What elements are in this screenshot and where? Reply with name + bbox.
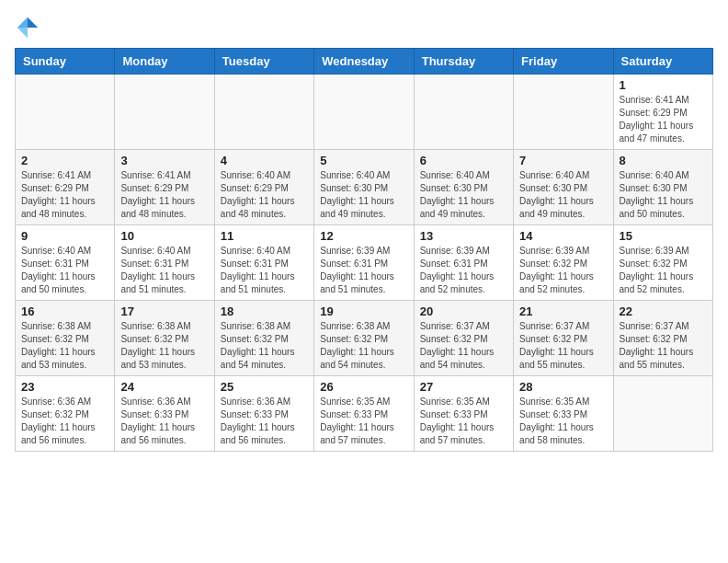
day-info: Sunrise: 6:39 AM Sunset: 6:32 PM Dayligh…	[519, 245, 607, 296]
day-info: Sunrise: 6:36 AM Sunset: 6:33 PM Dayligh…	[221, 396, 308, 447]
day-number: 13	[420, 229, 507, 243]
day-info: Sunrise: 6:36 AM Sunset: 6:32 PM Dayligh…	[21, 396, 108, 447]
calendar-cell: 22Sunrise: 6:37 AM Sunset: 6:32 PM Dayli…	[613, 301, 712, 376]
day-number: 15	[620, 229, 707, 243]
day-number: 17	[120, 304, 208, 318]
day-number: 25	[221, 380, 308, 394]
day-number: 26	[320, 380, 407, 394]
day-info: Sunrise: 6:37 AM Sunset: 6:32 PM Dayligh…	[519, 320, 607, 372]
weekday-header-monday: Monday	[115, 49, 214, 75]
calendar-cell: 8Sunrise: 6:40 AM Sunset: 6:30 PM Daylig…	[613, 150, 712, 225]
calendar-week-row: 2Sunrise: 6:41 AM Sunset: 6:29 PM Daylig…	[16, 150, 713, 225]
day-info: Sunrise: 6:40 AM Sunset: 6:30 PM Dayligh…	[620, 169, 707, 221]
day-info: Sunrise: 6:41 AM Sunset: 6:29 PM Dayligh…	[120, 169, 208, 221]
calendar-cell: 9Sunrise: 6:40 AM Sunset: 6:31 PM Daylig…	[16, 225, 115, 301]
calendar-cell	[214, 75, 313, 150]
svg-marker-0	[28, 17, 38, 28]
calendar-cell: 10Sunrise: 6:40 AM Sunset: 6:31 PM Dayli…	[115, 225, 214, 301]
calendar-week-row: 1Sunrise: 6:41 AM Sunset: 6:29 PM Daylig…	[16, 75, 713, 150]
day-info: Sunrise: 6:40 AM Sunset: 6:30 PM Dayligh…	[420, 169, 507, 221]
day-number: 28	[519, 380, 607, 394]
calendar-cell: 26Sunrise: 6:35 AM Sunset: 6:33 PM Dayli…	[314, 376, 414, 452]
day-info: Sunrise: 6:39 AM Sunset: 6:32 PM Dayligh…	[620, 245, 707, 296]
day-info: Sunrise: 6:40 AM Sunset: 6:29 PM Dayligh…	[221, 169, 308, 221]
calendar-cell: 19Sunrise: 6:38 AM Sunset: 6:32 PM Dayli…	[314, 301, 414, 376]
calendar-cell: 7Sunrise: 6:40 AM Sunset: 6:30 PM Daylig…	[514, 150, 613, 225]
calendar-week-row: 23Sunrise: 6:36 AM Sunset: 6:32 PM Dayli…	[16, 376, 713, 452]
calendar-cell	[314, 75, 414, 150]
weekday-header-tuesday: Tuesday	[214, 49, 313, 75]
calendar-cell: 14Sunrise: 6:39 AM Sunset: 6:32 PM Dayli…	[514, 225, 613, 301]
day-number: 5	[320, 154, 407, 167]
day-number: 9	[21, 229, 108, 243]
day-info: Sunrise: 6:35 AM Sunset: 6:33 PM Dayligh…	[320, 396, 407, 447]
day-number: 11	[221, 229, 308, 243]
calendar-cell: 12Sunrise: 6:39 AM Sunset: 6:31 PM Dayli…	[314, 225, 414, 301]
calendar-cell: 18Sunrise: 6:38 AM Sunset: 6:32 PM Dayli…	[214, 301, 313, 376]
weekday-header-thursday: Thursday	[414, 49, 513, 75]
calendar-cell: 16Sunrise: 6:38 AM Sunset: 6:32 PM Dayli…	[16, 301, 115, 376]
calendar-cell: 4Sunrise: 6:40 AM Sunset: 6:29 PM Daylig…	[214, 150, 313, 225]
calendar-cell: 17Sunrise: 6:38 AM Sunset: 6:32 PM Dayli…	[115, 301, 214, 376]
day-number: 12	[320, 229, 407, 243]
day-number: 16	[21, 304, 108, 318]
day-number: 23	[21, 380, 108, 394]
page-header	[15, 15, 713, 40]
day-number: 6	[420, 154, 507, 167]
weekday-header-wednesday: Wednesday	[314, 49, 414, 75]
calendar-week-row: 9Sunrise: 6:40 AM Sunset: 6:31 PM Daylig…	[16, 225, 713, 301]
day-info: Sunrise: 6:37 AM Sunset: 6:32 PM Dayligh…	[620, 320, 707, 372]
day-number: 27	[420, 380, 507, 394]
calendar-cell	[115, 75, 214, 150]
day-number: 7	[519, 154, 607, 167]
calendar-cell: 13Sunrise: 6:39 AM Sunset: 6:31 PM Dayli…	[414, 225, 513, 301]
day-info: Sunrise: 6:39 AM Sunset: 6:31 PM Dayligh…	[420, 245, 507, 296]
day-info: Sunrise: 6:35 AM Sunset: 6:33 PM Dayligh…	[519, 396, 607, 447]
logo	[15, 15, 44, 40]
calendar-cell	[613, 376, 712, 452]
calendar-cell: 21Sunrise: 6:37 AM Sunset: 6:32 PM Dayli…	[514, 301, 613, 376]
day-number: 24	[120, 380, 208, 394]
calendar-cell: 28Sunrise: 6:35 AM Sunset: 6:33 PM Dayli…	[514, 376, 613, 452]
day-number: 20	[420, 304, 507, 318]
svg-marker-2	[17, 28, 28, 38]
day-info: Sunrise: 6:40 AM Sunset: 6:30 PM Dayligh…	[519, 169, 607, 221]
calendar-cell: 11Sunrise: 6:40 AM Sunset: 6:31 PM Dayli…	[214, 225, 313, 301]
day-info: Sunrise: 6:41 AM Sunset: 6:29 PM Dayligh…	[620, 94, 707, 145]
calendar-cell: 1Sunrise: 6:41 AM Sunset: 6:29 PM Daylig…	[613, 75, 712, 150]
calendar-cell: 27Sunrise: 6:35 AM Sunset: 6:33 PM Dayli…	[414, 376, 513, 452]
day-info: Sunrise: 6:37 AM Sunset: 6:32 PM Dayligh…	[420, 320, 507, 372]
day-number: 22	[620, 304, 707, 318]
day-info: Sunrise: 6:38 AM Sunset: 6:32 PM Dayligh…	[221, 320, 308, 372]
day-number: 3	[120, 154, 208, 167]
day-info: Sunrise: 6:40 AM Sunset: 6:31 PM Dayligh…	[21, 245, 108, 296]
calendar-cell: 24Sunrise: 6:36 AM Sunset: 6:33 PM Dayli…	[115, 376, 214, 452]
calendar-cell: 20Sunrise: 6:37 AM Sunset: 6:32 PM Dayli…	[414, 301, 513, 376]
svg-marker-1	[17, 17, 28, 28]
calendar-cell: 2Sunrise: 6:41 AM Sunset: 6:29 PM Daylig…	[16, 150, 115, 225]
calendar-table: SundayMondayTuesdayWednesdayThursdayFrid…	[15, 48, 713, 452]
calendar-cell: 3Sunrise: 6:41 AM Sunset: 6:29 PM Daylig…	[115, 150, 214, 225]
weekday-header-sunday: Sunday	[16, 49, 115, 75]
day-info: Sunrise: 6:39 AM Sunset: 6:31 PM Dayligh…	[320, 245, 407, 296]
day-number: 21	[519, 304, 607, 318]
calendar-cell	[16, 75, 115, 150]
day-info: Sunrise: 6:38 AM Sunset: 6:32 PM Dayligh…	[320, 320, 407, 372]
day-number: 19	[320, 304, 407, 318]
day-info: Sunrise: 6:41 AM Sunset: 6:29 PM Dayligh…	[21, 169, 108, 221]
calendar-week-row: 16Sunrise: 6:38 AM Sunset: 6:32 PM Dayli…	[16, 301, 713, 376]
day-number: 1	[620, 78, 707, 92]
weekday-header-row: SundayMondayTuesdayWednesdayThursdayFrid…	[16, 49, 713, 75]
day-info: Sunrise: 6:40 AM Sunset: 6:31 PM Dayligh…	[221, 245, 308, 296]
day-info: Sunrise: 6:38 AM Sunset: 6:32 PM Dayligh…	[21, 320, 108, 372]
calendar-cell: 5Sunrise: 6:40 AM Sunset: 6:30 PM Daylig…	[314, 150, 414, 225]
day-number: 2	[21, 154, 108, 167]
calendar-cell: 23Sunrise: 6:36 AM Sunset: 6:32 PM Dayli…	[16, 376, 115, 452]
day-info: Sunrise: 6:40 AM Sunset: 6:30 PM Dayligh…	[320, 169, 407, 221]
logo-icon	[15, 15, 40, 40]
calendar-cell	[414, 75, 513, 150]
calendar-cell: 25Sunrise: 6:36 AM Sunset: 6:33 PM Dayli…	[214, 376, 313, 452]
weekday-header-saturday: Saturday	[613, 49, 712, 75]
calendar-cell	[514, 75, 613, 150]
calendar-cell: 6Sunrise: 6:40 AM Sunset: 6:30 PM Daylig…	[414, 150, 513, 225]
